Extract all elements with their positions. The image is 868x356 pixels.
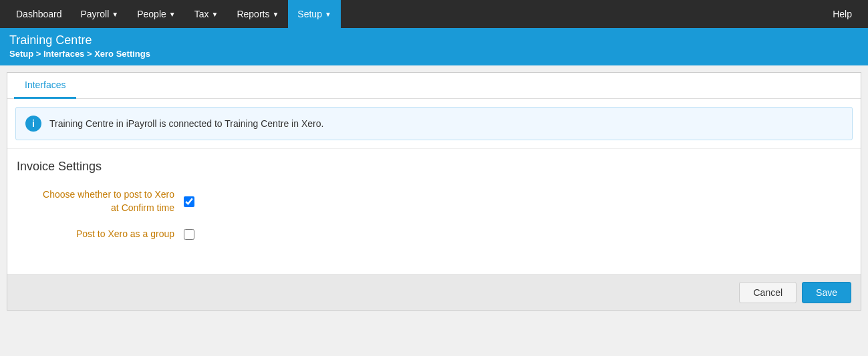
- invoice-settings-section: Invoice Settings Choose whether to post …: [7, 148, 861, 248]
- field-post-as-group-checkbox[interactable]: [184, 229, 194, 240]
- reports-dropdown-arrow: ▼: [272, 11, 279, 18]
- breadcrumb: Setup > Interfaces > Xero Settings: [9, 49, 859, 59]
- field-post-to-xero-checkbox[interactable]: [184, 196, 194, 207]
- info-message: Training Centre in iPayroll is connected…: [49, 118, 323, 129]
- app-title: Training Centre: [9, 33, 859, 47]
- nav-payroll[interactable]: Payroll ▼: [71, 0, 128, 28]
- footer-bar: Cancel Save: [7, 275, 861, 310]
- field-post-as-group-label: Post to Xero as a group: [27, 228, 174, 241]
- info-box: i Training Centre in iPayroll is connect…: [15, 107, 853, 140]
- header-bar: Training Centre Setup > Interfaces > Xer…: [0, 28, 868, 65]
- top-navigation: Dashboard Payroll ▼ People ▼ Tax ▼ Repor…: [0, 0, 868, 28]
- nav-help[interactable]: Help: [823, 0, 861, 28]
- field-post-to-xero-label: Choose whether to post to Xero at Confir…: [27, 188, 174, 214]
- cancel-button[interactable]: Cancel: [739, 282, 797, 303]
- setup-dropdown-arrow: ▼: [325, 11, 331, 18]
- payroll-dropdown-arrow: ▼: [112, 11, 118, 18]
- nav-tax[interactable]: Tax ▼: [185, 0, 228, 28]
- nav-reports[interactable]: Reports ▼: [227, 0, 288, 28]
- invoice-settings-title: Invoice Settings: [7, 148, 861, 182]
- people-dropdown-arrow: ▼: [169, 11, 176, 18]
- field-post-as-group-row: Post to Xero as a group: [7, 221, 861, 248]
- nav-setup[interactable]: Setup ▼: [288, 0, 341, 28]
- tab-interfaces[interactable]: Interfaces: [14, 73, 76, 99]
- info-icon: i: [25, 116, 41, 132]
- main-content: Interfaces i Training Centre in iPayroll…: [7, 72, 861, 311]
- save-button[interactable]: Save: [802, 282, 851, 303]
- nav-people[interactable]: People ▼: [128, 0, 185, 28]
- tax-dropdown-arrow: ▼: [212, 11, 219, 18]
- field-post-to-xero-row: Choose whether to post to Xero at Confir…: [7, 182, 861, 221]
- tab-strip: Interfaces: [7, 73, 861, 99]
- nav-dashboard[interactable]: Dashboard: [7, 0, 71, 28]
